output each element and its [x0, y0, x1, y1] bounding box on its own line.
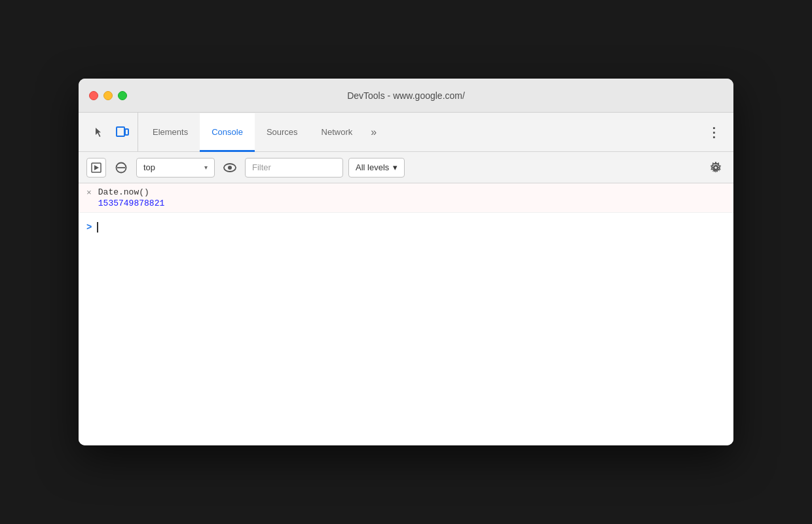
cursor-icon — [93, 126, 105, 138]
levels-arrow-icon: ▾ — [393, 162, 397, 172]
tab-sources[interactable]: Sources — [255, 113, 310, 152]
context-selector-arrow: ▾ — [204, 164, 208, 171]
window-title: DevTools - www.google.com/ — [347, 90, 465, 101]
no-entry-icon — [115, 162, 127, 174]
console-area: × Date.now() 1535749878821 > — [79, 183, 733, 445]
filter-input[interactable]: Filter — [245, 158, 343, 178]
execute-button[interactable] — [86, 158, 106, 178]
eye-icon — [223, 163, 236, 172]
console-input-row[interactable]: > — [79, 213, 733, 242]
console-cursor — [97, 222, 98, 233]
console-result: 1535749878821 — [98, 197, 726, 208]
devtools-menu-button[interactable]: ⋮ — [699, 113, 728, 151]
svg-point-7 — [228, 166, 232, 170]
console-command: Date.now() — [98, 187, 726, 197]
context-selector[interactable]: top ▾ — [136, 158, 215, 178]
clear-errors-button[interactable] — [111, 158, 131, 178]
title-bar: DevTools - www.google.com/ — [79, 79, 733, 113]
entry-content: Date.now() 1535749878821 — [98, 187, 726, 208]
svg-rect-1 — [125, 129, 128, 135]
execute-icon — [91, 162, 101, 173]
device-icon — [116, 126, 129, 138]
tabs-bar: Elements Console Sources Network » ⋮ — [79, 113, 733, 152]
devtools-window: DevTools - www.google.com/ Elements Cons… — [79, 79, 733, 445]
levels-selector[interactable]: All levels ▾ — [348, 158, 405, 178]
svg-point-10 — [714, 166, 718, 169]
devtools-icons — [84, 113, 138, 151]
tab-network[interactable]: Network — [310, 113, 365, 152]
settings-button[interactable] — [706, 158, 726, 178]
tabs-spacer — [383, 113, 699, 151]
svg-marker-3 — [94, 165, 99, 170]
console-entry: × Date.now() 1535749878821 — [79, 183, 733, 213]
maximize-button[interactable] — [118, 91, 127, 100]
tab-console[interactable]: Console — [200, 113, 255, 152]
traffic-lights — [89, 91, 127, 100]
tab-elements[interactable]: Elements — [141, 113, 200, 152]
close-button[interactable] — [89, 91, 98, 100]
console-prompt-symbol: > — [86, 222, 92, 233]
console-toolbar: top ▾ Filter All levels ▾ — [79, 152, 733, 183]
device-toolbar-button[interactable] — [113, 122, 132, 142]
gear-icon — [710, 162, 722, 174]
more-tabs-button[interactable]: » — [364, 113, 383, 151]
entry-error-icon: × — [86, 188, 92, 198]
inspect-element-button[interactable] — [89, 122, 109, 142]
eye-button[interactable] — [220, 158, 240, 178]
svg-rect-0 — [117, 127, 124, 136]
minimize-button[interactable] — [103, 91, 113, 100]
